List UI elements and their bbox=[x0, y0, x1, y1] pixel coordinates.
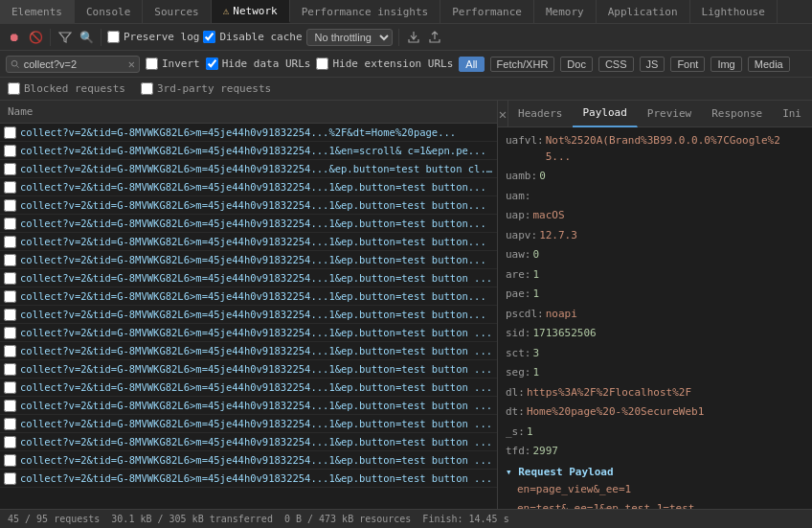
hide-data-urls-label[interactable]: Hide data URLs bbox=[206, 57, 311, 70]
row-checkbox[interactable] bbox=[4, 327, 16, 339]
table-row[interactable]: collect?v=2&tid=G-8MVWKG82L6>m=45je44h0v… bbox=[0, 451, 497, 470]
row-checkbox[interactable] bbox=[4, 145, 16, 157]
payload-key: pscdl: bbox=[506, 307, 544, 323]
table-row[interactable]: collect?v=2&tid=G-8MVWKG82L6>m=45je44h0v… bbox=[0, 306, 497, 324]
invert-label[interactable]: Invert bbox=[146, 57, 200, 70]
disable-cache-label[interactable]: Disable cache bbox=[203, 31, 302, 43]
main-content: Name collect?v=2&tid=G-8MVWKG82L6>m=45je… bbox=[0, 101, 812, 509]
tab-network[interactable]: ⚠ Network bbox=[212, 0, 290, 23]
table-row[interactable]: collect?v=2&tid=G-8MVWKG82L6>m=45je44h0v… bbox=[0, 470, 497, 488]
list-item: uamb:0 bbox=[506, 167, 804, 187]
tab-elements[interactable]: Elements bbox=[0, 0, 75, 23]
table-row[interactable]: collect?v=2&tid=G-8MVWKG82L6>m=45je44h0v… bbox=[0, 433, 497, 451]
tab-bar: Elements Console Sources ⚠ Network Perfo… bbox=[0, 0, 812, 24]
row-checkbox[interactable] bbox=[4, 381, 16, 394]
row-checkbox[interactable] bbox=[4, 126, 16, 139]
close-detail-button[interactable]: ✕ bbox=[498, 101, 508, 127]
payload-key: dt: bbox=[506, 404, 525, 421]
row-checkbox[interactable] bbox=[4, 454, 16, 467]
invert-checkbox[interactable] bbox=[146, 57, 158, 70]
requests-list[interactable]: collect?v=2&tid=G-8MVWKG82L6>m=45je44h0v… bbox=[0, 124, 497, 509]
tab-performance-insights[interactable]: Performance insights bbox=[290, 0, 440, 23]
row-checkbox[interactable] bbox=[4, 345, 16, 357]
tab-memory[interactable]: Memory bbox=[534, 0, 597, 23]
table-row[interactable]: collect?v=2&tid=G-8MVWKG82L6>m=45je44h0v… bbox=[0, 397, 497, 415]
type-btn-img[interactable]: Img bbox=[710, 57, 741, 72]
preserve-log-checkbox[interactable] bbox=[107, 31, 120, 43]
row-checkbox[interactable] bbox=[4, 290, 16, 303]
table-row[interactable]: collect?v=2&tid=G-8MVWKG82L6>m=45je44h0v… bbox=[0, 178, 497, 196]
record-button[interactable]: ⏺ bbox=[6, 29, 23, 46]
table-row[interactable]: collect?v=2&tid=G-8MVWKG82L6>m=45je44h0v… bbox=[0, 160, 497, 178]
tab-sources[interactable]: Sources bbox=[143, 0, 211, 23]
hide-data-urls-checkbox[interactable] bbox=[206, 57, 218, 70]
third-party-label[interactable]: 3rd-party requests bbox=[141, 82, 271, 95]
type-btn-all[interactable]: All bbox=[459, 57, 484, 72]
row-checkbox[interactable] bbox=[4, 400, 16, 412]
search-button[interactable]: 🔍 bbox=[78, 29, 95, 46]
filter-button[interactable] bbox=[56, 29, 74, 46]
table-row[interactable]: collect?v=2&tid=G-8MVWKG82L6>m=45je44h0v… bbox=[0, 269, 497, 287]
row-checkbox[interactable] bbox=[4, 436, 16, 448]
type-btn-fetch-xhr[interactable]: Fetch/XHR bbox=[490, 57, 555, 72]
detail-tab-preview[interactable]: Preview bbox=[638, 101, 702, 127]
table-row[interactable]: collect?v=2&tid=G-8MVWKG82L6>m=45je44h0v… bbox=[0, 379, 497, 397]
list-item: uaw:0 bbox=[506, 245, 804, 265]
detail-tab-ini[interactable]: Ini bbox=[773, 101, 812, 127]
table-row[interactable]: collect?v=2&tid=G-8MVWKG82L6>m=45je44h0v… bbox=[0, 287, 497, 306]
preserve-log-label[interactable]: Preserve log bbox=[107, 31, 199, 43]
row-checkbox[interactable] bbox=[4, 472, 16, 485]
payload-value: noapi bbox=[546, 307, 577, 323]
request-payload-section[interactable]: Request Payload bbox=[506, 462, 804, 480]
request-url: collect?v=2&tid=G-8MVWKG82L6>m=45je44h0v… bbox=[20, 163, 493, 174]
table-row[interactable]: collect?v=2&tid=G-8MVWKG82L6>m=45je44h0v… bbox=[0, 215, 497, 233]
table-row[interactable]: collect?v=2&tid=G-8MVWKG82L6>m=45je44h0v… bbox=[0, 233, 497, 251]
row-checkbox[interactable] bbox=[4, 363, 16, 376]
table-row[interactable]: collect?v=2&tid=G-8MVWKG82L6>m=45je44h0v… bbox=[0, 196, 497, 215]
payload-value: 1 bbox=[533, 267, 540, 284]
table-row[interactable]: collect?v=2&tid=G-8MVWKG82L6>m=45je44h0v… bbox=[0, 360, 497, 379]
row-checkbox[interactable] bbox=[4, 418, 16, 430]
row-checkbox[interactable] bbox=[4, 199, 16, 212]
tab-console[interactable]: Console bbox=[75, 0, 143, 23]
row-checkbox[interactable] bbox=[4, 309, 16, 321]
tab-application[interactable]: Application bbox=[597, 0, 690, 23]
throttle-select[interactable]: No throttling Fast 3G Slow 3G Offline bbox=[306, 29, 393, 46]
row-checkbox[interactable] bbox=[4, 181, 16, 194]
row-checkbox[interactable] bbox=[4, 163, 16, 175]
export-button[interactable] bbox=[426, 29, 443, 46]
table-row[interactable]: collect?v=2&tid=G-8MVWKG82L6>m=45je44h0v… bbox=[0, 342, 497, 360]
import-button[interactable] bbox=[405, 29, 422, 46]
row-checkbox[interactable] bbox=[4, 218, 16, 230]
hide-extension-checkbox[interactable] bbox=[316, 57, 328, 70]
detail-tab-response[interactable]: Response bbox=[702, 101, 773, 127]
blocked-requests-label[interactable]: Blocked requests bbox=[8, 82, 125, 95]
table-row[interactable]: collect?v=2&tid=G-8MVWKG82L6>m=45je44h0v… bbox=[0, 415, 497, 433]
clear-button[interactable]: 🚫 bbox=[27, 29, 44, 46]
tab-performance[interactable]: Performance bbox=[440, 0, 534, 23]
third-party-checkbox[interactable] bbox=[141, 82, 153, 95]
blocked-requests-checkbox[interactable] bbox=[8, 82, 20, 95]
row-checkbox[interactable] bbox=[4, 236, 16, 248]
payload-value: 1 bbox=[533, 365, 540, 381]
request-url: collect?v=2&tid=G-8MVWKG82L6>m=45je44h0v… bbox=[20, 218, 486, 229]
tab-lighthouse[interactable]: Lighthouse bbox=[690, 0, 778, 23]
filter-input[interactable] bbox=[24, 58, 124, 70]
hide-extension-label[interactable]: Hide extension URLs bbox=[316, 57, 453, 70]
disable-cache-checkbox[interactable] bbox=[203, 31, 215, 43]
type-btn-js[interactable]: JS bbox=[640, 57, 665, 72]
type-btn-media[interactable]: Media bbox=[748, 57, 790, 72]
type-btn-doc[interactable]: Doc bbox=[560, 57, 593, 72]
row-checkbox[interactable] bbox=[4, 272, 16, 285]
table-row[interactable]: collect?v=2&tid=G-8MVWKG82L6>m=45je44h0v… bbox=[0, 324, 497, 342]
detail-tab-headers[interactable]: Headers bbox=[508, 101, 573, 127]
type-btn-font[interactable]: Font bbox=[670, 57, 705, 72]
row-checkbox[interactable] bbox=[4, 254, 16, 266]
search-clear-icon[interactable]: ✕ bbox=[128, 58, 135, 70]
detail-tab-payload[interactable]: Payload bbox=[573, 101, 637, 127]
performance-label: Performance bbox=[452, 6, 522, 18]
table-row[interactable]: collect?v=2&tid=G-8MVWKG82L6>m=45je44h0v… bbox=[0, 124, 497, 142]
table-row[interactable]: collect?v=2&tid=G-8MVWKG82L6>m=45je44h0v… bbox=[0, 142, 497, 160]
type-btn-css[interactable]: CSS bbox=[598, 57, 634, 72]
table-row[interactable]: collect?v=2&tid=G-8MVWKG82L6>m=45je44h0v… bbox=[0, 251, 497, 269]
